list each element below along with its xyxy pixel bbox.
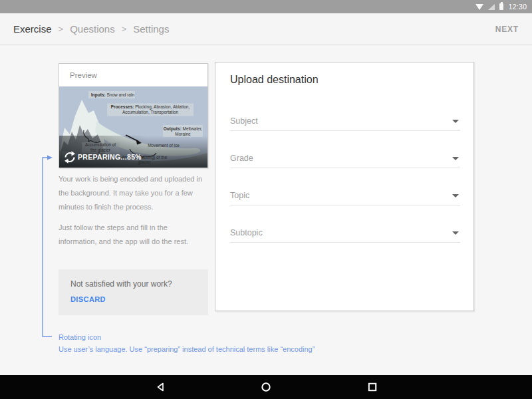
next-button[interactable]: NEXT: [495, 25, 519, 34]
inputs-label-bold: Inputs:: [91, 92, 106, 98]
progress-label: PREPARING...85%: [78, 153, 142, 161]
outputs-label-line2: Moraine: [175, 132, 191, 136]
discard-button[interactable]: DISCARD: [70, 295, 106, 303]
subtopic-dropdown[interactable]: Subtopic: [230, 226, 460, 243]
outputs-label-bold: Outputs:: [164, 126, 182, 132]
status-bar: 12:30: [0, 0, 532, 13]
status-paragraph-1: Your work is being encoded and uploaded …: [59, 172, 218, 214]
preview-card: Preview: [59, 63, 208, 168]
dropdown-caret-icon: [452, 157, 459, 160]
upload-destination-card: Upload destination Subject Grade Topic S…: [215, 62, 474, 311]
breadcrumb-exercise[interactable]: Exercise: [13, 23, 52, 35]
processes-label-bold: Processes:: [111, 104, 134, 109]
status-time: 12:30: [508, 0, 527, 13]
subject-dropdown[interactable]: Subject: [230, 114, 460, 131]
screen: 12:30 Exercise > Questions > Settings NE…: [0, 0, 532, 399]
annotation-note-2: Use user’s language. Use “preparing” ins…: [59, 344, 315, 356]
breadcrumb-separator: >: [122, 24, 127, 34]
upload-destination-title: Upload destination: [230, 74, 319, 86]
topic-dropdown[interactable]: Topic: [230, 189, 460, 205]
back-button-icon[interactable]: [155, 382, 166, 392]
breadcrumb-settings[interactable]: Settings: [133, 23, 169, 35]
recents-button-icon[interactable]: [367, 382, 378, 392]
discard-prompt: Not satisfied with your work?: [70, 279, 208, 289]
grade-dropdown[interactable]: Grade: [230, 152, 460, 168]
breadcrumb-questions[interactable]: Questions: [70, 23, 115, 35]
processes-label-text: Plucking, Abrasion, Ablation,: [134, 104, 190, 110]
dropdown-caret-icon: [452, 231, 459, 235]
preview-card-title: Preview: [59, 64, 207, 86]
upload-status-text: Your work is being encoded and uploaded …: [59, 172, 218, 255]
grade-placeholder: Grade: [230, 154, 253, 163]
annotation-arrowhead: [47, 156, 53, 160]
subtopic-placeholder: Subtopic: [230, 228, 263, 237]
svg-text:Processes: Plucking, Abrasion,: Processes: Plucking, Abrasion, Ablation,: [111, 104, 190, 110]
annotation-callout-line: [37, 152, 63, 344]
subject-placeholder: Subject: [230, 116, 258, 126]
processes-label-line2: Accumulation, Transportation: [122, 110, 179, 115]
breadcrumb-separator: >: [59, 24, 64, 34]
glacier-diagram-preview: Inputs: Snow and rain Processes: Pluckin…: [59, 86, 207, 168]
wifi-icon: [475, 4, 483, 10]
annotation-note-1: Rotating icon: [59, 332, 315, 344]
svg-text:Outputs: Meltwater,: Outputs: Meltwater,: [164, 126, 203, 132]
dropdown-caret-icon: [452, 120, 459, 123]
inputs-label-text: Snow and rain: [106, 92, 135, 97]
home-button-icon[interactable]: [261, 382, 271, 392]
status-paragraph-2: Just follow the steps and fill in the in…: [59, 221, 218, 249]
battery-icon: [499, 3, 503, 10]
discard-box: Not satisfied with your work? DISCARD: [59, 269, 208, 315]
annotation-notes: Rotating icon Use user’s language. Use “…: [59, 332, 315, 355]
android-navigation-bar: [0, 375, 532, 399]
svg-text:Inputs: Snow and rain: Inputs: Snow and rain: [91, 92, 134, 98]
app-bar: Exercise > Questions > Settings NEXT: [0, 13, 532, 45]
outputs-label-text: Meltwater,: [182, 126, 203, 131]
dropdown-caret-icon: [452, 194, 459, 198]
topic-placeholder: Topic: [230, 191, 249, 200]
cellular-signal-icon: [488, 4, 495, 10]
